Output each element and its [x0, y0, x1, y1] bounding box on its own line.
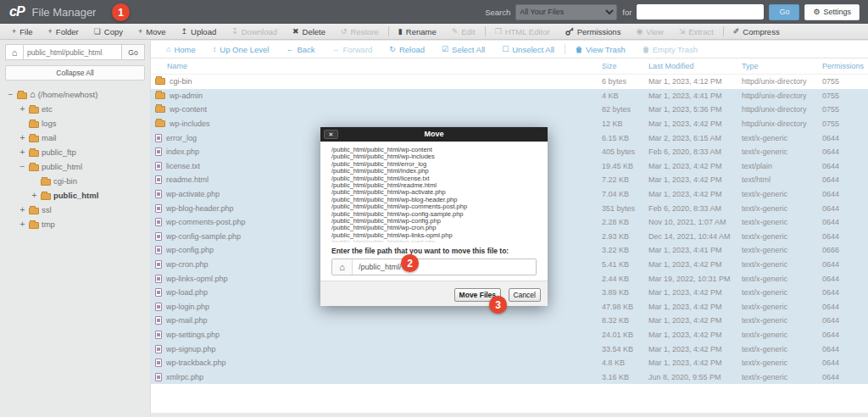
file-type: text/x-generic	[742, 204, 822, 213]
table-row[interactable]: wp-content82 bytesMar 1, 2023, 5:36 PMht…	[151, 103, 868, 117]
tree-toggle[interactable]: +	[31, 191, 38, 200]
file-last-modified: Mar 1, 2023, 4:42 PM	[648, 331, 742, 339]
toolbar-item-label: HTML Editor	[505, 27, 550, 36]
file-name: wp-login.php	[166, 303, 209, 311]
column-header-size[interactable]: Size	[602, 62, 648, 70]
toolbar-separator	[485, 26, 486, 36]
file-manager-toolbar: +File+Folder❏Copy+Move↥Upload↧Download✖D…	[0, 24, 868, 40]
file-name: wp-activate.php	[166, 190, 220, 198]
tree-item-public_html[interactable]: +public_html	[0, 188, 150, 203]
cancel-button[interactable]: Cancel	[509, 288, 541, 302]
table-row[interactable]: wp-admin4 KBMar 1, 2023, 4:41 PMhttpd/un…	[151, 89, 868, 103]
file-permissions: 0666	[822, 246, 860, 254]
file-last-modified: Mar 1, 2023, 4:42 PM	[648, 175, 742, 184]
toolbar-item-file[interactable]: +File	[4, 27, 41, 36]
tree-toggle[interactable]: +	[19, 220, 26, 229]
toolbar-item-copy[interactable]: ❏Copy	[86, 27, 131, 36]
search-scope-select[interactable]: All Your Files	[515, 4, 617, 20]
move-path-input[interactable]	[353, 259, 536, 275]
tree-toggle[interactable]: +	[19, 104, 26, 114]
toolbar-item-delete[interactable]: ✖Delete	[285, 27, 333, 36]
folder-icon	[29, 121, 39, 128]
file-permissions: 0644	[822, 232, 860, 241]
toolbar-item-rename[interactable]: ▮Rename	[391, 27, 444, 36]
path-input[interactable]	[23, 44, 122, 60]
column-header-permissions[interactable]: Permissions	[822, 62, 860, 70]
table-row[interactable]: wp-signup.php33.54 KBMar 1, 2023, 4:42 P…	[151, 342, 868, 356]
file-permissions: 0644	[822, 260, 860, 269]
nav-item-home[interactable]: ⌂Home	[158, 45, 204, 54]
tree-item-logs[interactable]: logs	[0, 116, 150, 131]
toolbar-item-edit: ✎Edit	[444, 27, 483, 36]
file-name: wp-settings.php	[166, 331, 220, 339]
nav-item-view-trash[interactable]: View Trash	[567, 45, 634, 54]
toolbar-item-label: Folder	[56, 27, 79, 36]
table-row[interactable]: wp-trackback.php4.8 KBMar 1, 2023, 4:42 …	[151, 356, 868, 370]
file-name: license.txt	[166, 162, 200, 170]
file-name-cell: wp-content	[155, 105, 602, 114]
file-last-modified: Mar 1, 2023, 4:42 PM	[648, 260, 742, 269]
toolbar-item-label: Permissions	[577, 27, 621, 36]
column-header-type[interactable]: Type	[742, 62, 822, 70]
file-icon	[155, 260, 162, 269]
table-row[interactable]: wp-mail.php8.32 KBMar 1, 2023, 4:42 PMte…	[151, 314, 868, 328]
table-row[interactable]: cgi-bin6 bytesMar 1, 2023, 4:12 PMhttpd/…	[151, 75, 868, 89]
table-row[interactable]: wp-settings.php24.01 KBMar 1, 2023, 4:42…	[151, 328, 868, 342]
copy-icon: ❏	[94, 28, 101, 36]
collapse-all-button[interactable]: Collapse All	[5, 65, 145, 81]
tree-item-label: ssl	[42, 205, 52, 214]
file-type: text/x-generic	[742, 303, 822, 311]
file-icon	[155, 359, 162, 367]
file-type: httpd/unix-directory	[742, 77, 822, 86]
nav-item-up-one-level[interactable]: ↕Up One Level	[204, 45, 278, 54]
tree-toggle[interactable]: +	[19, 205, 26, 214]
tree-item-etc[interactable]: +etc	[0, 102, 150, 116]
toolbar-item-permissions[interactable]: Permissions	[558, 27, 629, 36]
tree-item-public_html[interactable]: −public_html	[0, 159, 150, 174]
settings-button[interactable]: ⚙ Settings	[804, 4, 860, 20]
tree-item-ssl[interactable]: +ssl	[0, 203, 150, 217]
nav-item-select-all[interactable]: ☑Select All	[433, 45, 493, 54]
tree-toggle[interactable]: +	[19, 133, 26, 142]
nav-item-back[interactable]: ←Back	[277, 45, 323, 54]
toolbar-item-move[interactable]: +Move	[131, 27, 174, 36]
toolbar-item-compress[interactable]: ✐Compress	[726, 27, 787, 36]
file-size: 5.41 KB	[602, 260, 648, 269]
tree-toggle[interactable]: −	[19, 162, 26, 171]
tree-item-homenewhost[interactable]: −⌂(/home/newhost)	[0, 87, 150, 102]
close-icon[interactable]: ✕	[324, 130, 338, 139]
table-row[interactable]: xmlrpc.php3.16 KBJun 8, 2020, 9:55 PMtex…	[151, 370, 868, 384]
up-one-level-icon: ↕	[213, 46, 217, 53]
tree-item-mail[interactable]: +mail	[0, 131, 150, 145]
file-type: text/x-generic	[742, 288, 822, 297]
nav-item-unselect-all[interactable]: ☐Unselect All	[493, 45, 563, 54]
unselect-all-icon: ☐	[502, 46, 509, 53]
search-go-button[interactable]: Go	[769, 4, 799, 20]
tree-item-label: tmp	[42, 220, 55, 229]
tree-toggle[interactable]: +	[19, 147, 26, 157]
toolbar-item-folder[interactable]: +Folder	[41, 27, 86, 36]
file-icon	[155, 303, 162, 311]
tree-item-tmp[interactable]: +tmp	[0, 217, 150, 231]
file-name: wp-content	[170, 105, 207, 114]
file-name: cgi-bin	[170, 77, 192, 86]
file-permissions: 0755	[822, 92, 860, 100]
column-header-name[interactable]: Name	[167, 62, 602, 70]
tree-item-public_ftp[interactable]: +public_ftp	[0, 145, 150, 159]
column-header-modified[interactable]: Last Modified	[648, 62, 742, 70]
toolbar-separator	[723, 26, 724, 36]
tree-toggle[interactable]: −	[7, 90, 14, 99]
file-permissions: 0644	[822, 345, 860, 353]
file-last-modified: Mar 2, 2023, 6:15 AM	[648, 134, 742, 142]
file-name: readme.html	[166, 175, 209, 184]
toolbar-item-upload[interactable]: ↥Upload	[174, 27, 225, 36]
home-icon[interactable]: ⌂	[5, 44, 23, 60]
file-icon	[155, 246, 162, 254]
file-name-cell: wp-settings.php	[155, 331, 602, 339]
delete-icon: ✖	[292, 28, 299, 36]
path-go-button[interactable]: Go	[122, 44, 145, 60]
search-input[interactable]	[637, 4, 764, 19]
tree-item-cgibin[interactable]: cgi-bin	[0, 174, 150, 188]
home-icon[interactable]: ⌂	[332, 259, 353, 275]
nav-item-reload[interactable]: ↻Reload	[381, 45, 433, 54]
